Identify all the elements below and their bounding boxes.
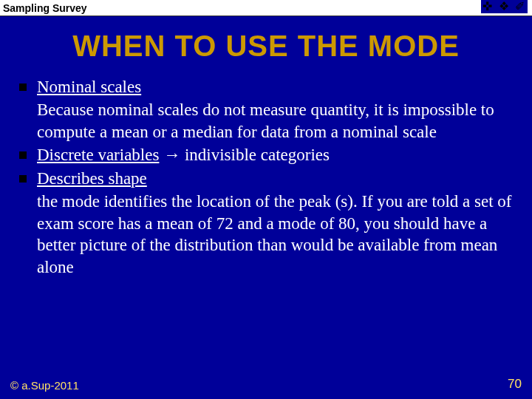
- copyright: © a.Sup-2011: [10, 379, 79, 392]
- bullet-icon: [19, 151, 27, 159]
- bullet-item: Nominal scales: [18, 76, 514, 98]
- header-label: Sampling Survey: [3, 2, 87, 14]
- bullet-item: Describes shape: [18, 168, 514, 189]
- corner-icons: ✜ ❖ ✐: [481, 0, 528, 13]
- bullet-item: Discrete variables → indivisible categor…: [18, 144, 514, 166]
- bullet-heading: Nominal scales: [37, 78, 141, 96]
- page-number: 70: [508, 377, 522, 392]
- bullet-body: Because nominal scales do not measure qu…: [18, 99, 514, 143]
- bullet-tail: indivisible categories: [180, 146, 330, 164]
- bullet-body: the mode identifies the location of the …: [18, 191, 514, 278]
- slide-content: Nominal scales Because nominal scales do…: [0, 72, 532, 278]
- footer: © a.Sup-2011 70: [0, 377, 532, 392]
- header-bar: Sampling Survey: [0, 0, 532, 16]
- slide-title: WHEN TO USE THE MODE: [0, 16, 532, 72]
- bullet-icon: [19, 83, 27, 91]
- arrow-icon: →: [163, 146, 180, 164]
- bullet-heading: Describes shape: [37, 169, 147, 188]
- bullet-heading: Discrete variables: [37, 146, 159, 164]
- bullet-icon: [19, 175, 27, 183]
